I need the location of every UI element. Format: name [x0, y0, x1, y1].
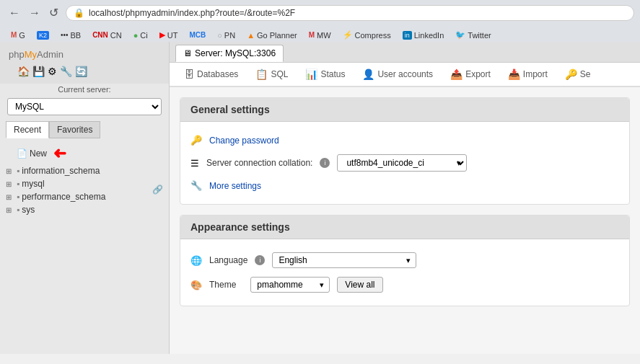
- user-accounts-icon: 👤: [362, 68, 374, 80]
- general-settings-header: General settings: [180, 98, 629, 122]
- bookmark-bb[interactable]: ••• BB: [56, 29, 86, 42]
- red-arrow: ➜: [53, 144, 66, 163]
- new-item-label: New: [30, 148, 47, 159]
- bookmark-mw[interactable]: M MW: [304, 29, 336, 42]
- bookmark-gmail[interactable]: M G: [6, 29, 30, 42]
- tree-item-sys[interactable]: ⊞ ▪ sys: [3, 203, 166, 216]
- tree-item-performance-schema[interactable]: ⊞ ▪ performance_schema: [3, 190, 166, 203]
- tab-label: Se: [580, 69, 591, 79]
- collation-label: Server connection collation:: [206, 158, 312, 168]
- status-icon: 📊: [305, 68, 317, 80]
- phpmyadmin-logo: phpMyAdmin: [9, 49, 160, 60]
- tab-recent[interactable]: Recent: [6, 121, 49, 138]
- theme-select[interactable]: pmahomme: [250, 277, 330, 293]
- language-info-icon[interactable]: i: [255, 255, 265, 265]
- collation-select[interactable]: utf8mb4_unicode_ci: [337, 154, 467, 172]
- bookmark-pn[interactable]: ○ PN: [212, 29, 240, 42]
- bookmark-linkedin[interactable]: in LinkedIn: [398, 29, 450, 42]
- bookmark-label: G: [19, 31, 25, 40]
- server-tab-label: Server: MySQL:3306: [195, 48, 276, 58]
- lock-icon: 🔒: [74, 8, 84, 18]
- sql-icon: 📋: [255, 68, 268, 80]
- db-label: mysql: [22, 179, 44, 189]
- language-select[interactable]: English: [272, 252, 416, 268]
- tree-item-information-schema[interactable]: ⊞ ▪ information_schema: [3, 164, 166, 177]
- bookmark-youtube[interactable]: ▶ UT: [154, 28, 183, 42]
- db-icon-sys: ▪: [17, 205, 19, 215]
- expand-icon: ⊞: [6, 167, 14, 175]
- current-server-label: Current server:: [0, 84, 169, 95]
- tab-import[interactable]: 📥 Import: [499, 63, 556, 87]
- db-icon[interactable]: 💾: [32, 66, 45, 77]
- gear-icon[interactable]: 🔧: [60, 66, 72, 77]
- export-icon: 📤: [450, 68, 463, 80]
- tab-label: Import: [523, 69, 548, 79]
- expand-icon: ⊞: [6, 180, 14, 188]
- db-icon-info: ▪: [17, 166, 19, 176]
- new-db-icon: 📄: [17, 148, 27, 159]
- bookmark-mcb[interactable]: MCB: [184, 29, 211, 41]
- change-password-link[interactable]: Change password: [209, 136, 279, 146]
- server-select[interactable]: MySQL: [7, 98, 162, 115]
- password-icon: 🔑: [190, 135, 202, 146]
- refresh-icon[interactable]: 🔄: [75, 66, 87, 77]
- tab-label: SQL: [271, 69, 288, 79]
- databases-icon: 🗄: [184, 68, 194, 80]
- db-label: sys: [22, 205, 35, 215]
- settings-icon[interactable]: ⚙: [48, 66, 57, 77]
- db-icon-perf: ▪: [17, 192, 19, 202]
- tab-export[interactable]: 📤 Export: [442, 63, 499, 87]
- home-icon[interactable]: 🏠: [17, 66, 30, 77]
- server-icon: 🖥: [183, 48, 192, 58]
- expand-icon: ⊞: [6, 193, 14, 201]
- general-settings-section: General settings 🔑 Change password ☰ Ser…: [180, 97, 630, 205]
- language-icon: 🌐: [190, 255, 202, 266]
- back-button[interactable]: ←: [6, 5, 23, 21]
- tab-user-accounts[interactable]: 👤 User accounts: [354, 63, 442, 87]
- bookmark-twitter[interactable]: 🐦 Twitter: [450, 28, 496, 42]
- more-settings-icon: 🔧: [190, 180, 202, 191]
- forward-button[interactable]: →: [26, 5, 43, 21]
- tab-label: User accounts: [377, 69, 433, 79]
- import-icon: 📥: [508, 68, 520, 80]
- tab-settings[interactable]: 🔑 Se: [556, 63, 600, 87]
- more-settings-link[interactable]: More settings: [209, 181, 261, 191]
- bookmark-goplanner[interactable]: ▲ Go Planner: [242, 29, 302, 42]
- bookmark-k2[interactable]: K2: [32, 29, 54, 42]
- tab-favorites[interactable]: Favorites: [49, 121, 100, 138]
- tab-label: Status: [320, 69, 345, 79]
- tab-sql[interactable]: 📋 SQL: [247, 63, 297, 87]
- tab-databases[interactable]: 🗄 Databases: [175, 63, 247, 87]
- db-label: information_schema: [22, 166, 100, 176]
- address-bar-input[interactable]: [89, 8, 626, 18]
- tab-label: Export: [465, 69, 491, 79]
- appearance-settings-header: Appearance settings: [180, 216, 629, 239]
- collation-icon: ☰: [190, 158, 199, 169]
- tab-status[interactable]: 📊 Status: [297, 63, 354, 87]
- db-label: performance_schema: [22, 192, 105, 202]
- server-tab[interactable]: 🖥 Server: MySQL:3306: [175, 45, 284, 62]
- link-icon: 🔗: [152, 185, 163, 195]
- tab-label: Databases: [197, 69, 238, 79]
- expand-icon: ⊞: [6, 206, 14, 214]
- bookmark-cnn[interactable]: CNN CN: [87, 29, 127, 42]
- tree-item-new[interactable]: 📄 New ➜: [3, 143, 166, 164]
- language-label: Language: [209, 255, 247, 265]
- appearance-settings-section: Appearance settings 🌐 Language i English: [180, 215, 630, 306]
- database-tree: 📄 New ➜ ⊞ ▪ information_schema ⊞ ▪ mysql: [0, 138, 169, 354]
- bookmark-twitter-label: Twitter: [468, 31, 491, 40]
- collation-info-icon[interactable]: i: [320, 158, 330, 168]
- tree-item-mysql[interactable]: ⊞ ▪ mysql: [3, 177, 166, 190]
- settings-wrench-icon: 🔑: [565, 68, 577, 80]
- bookmark-compress[interactable]: ⚡ Compress: [338, 28, 396, 42]
- reload-button[interactable]: ↺: [46, 4, 61, 21]
- view-all-button[interactable]: View all: [337, 277, 382, 293]
- db-icon-mysql: ▪: [17, 179, 19, 189]
- theme-icon: 🎨: [190, 280, 202, 290]
- theme-label: Theme: [209, 280, 236, 290]
- bookmark-ci[interactable]: ● Ci: [128, 29, 153, 42]
